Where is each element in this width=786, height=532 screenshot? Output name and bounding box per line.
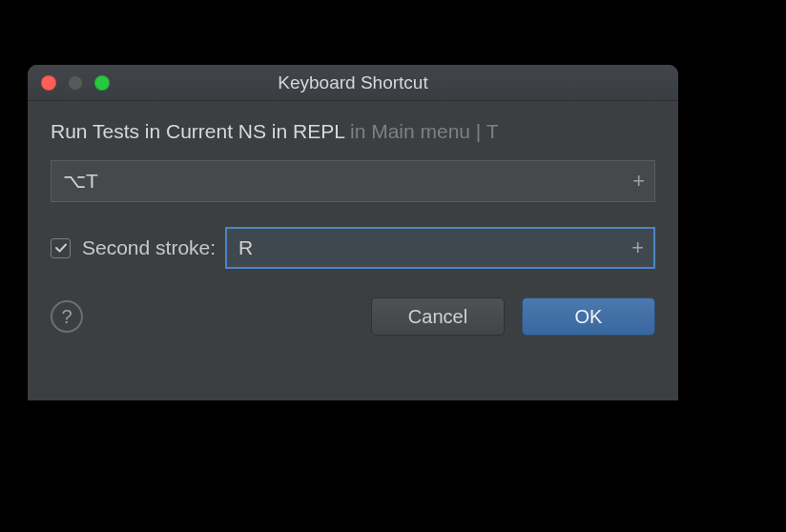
dialog-body: Run Tests in Current NS in REPL in Main … bbox=[28, 101, 678, 357]
action-name: Run Tests in Current NS in REPL bbox=[51, 120, 344, 142]
plus-icon[interactable]: + bbox=[631, 235, 644, 260]
dialog-keyboard-shortcut: Keyboard Shortcut Run Tests in Current N… bbox=[28, 65, 678, 400]
dialog-footer: ? Cancel OK bbox=[51, 297, 655, 336]
action-description: Run Tests in Current NS in REPL in Main … bbox=[51, 120, 655, 143]
second-stroke-row: Second stroke: R + bbox=[51, 227, 655, 269]
help-button[interactable]: ? bbox=[51, 300, 83, 333]
plus-icon[interactable]: + bbox=[632, 169, 645, 194]
second-stroke-value: R bbox=[238, 236, 253, 259]
second-stroke-label: Second stroke: bbox=[82, 236, 216, 259]
close-icon[interactable] bbox=[41, 75, 56, 91]
first-stroke-input[interactable]: ⌥T + bbox=[51, 160, 655, 202]
action-context: in Main menu | T bbox=[344, 120, 498, 142]
zoom-icon[interactable] bbox=[94, 75, 110, 91]
second-stroke-input[interactable]: R + bbox=[225, 227, 655, 269]
minimize-icon bbox=[68, 75, 83, 91]
check-icon bbox=[54, 241, 68, 255]
first-stroke-value: ⌥T bbox=[63, 170, 98, 193]
ok-button[interactable]: OK bbox=[522, 297, 655, 336]
window-title: Keyboard Shortcut bbox=[28, 72, 678, 93]
titlebar: Keyboard Shortcut bbox=[28, 65, 678, 101]
window-controls bbox=[28, 75, 110, 91]
cancel-button[interactable]: Cancel bbox=[371, 297, 505, 336]
second-stroke-checkbox[interactable] bbox=[51, 238, 71, 258]
